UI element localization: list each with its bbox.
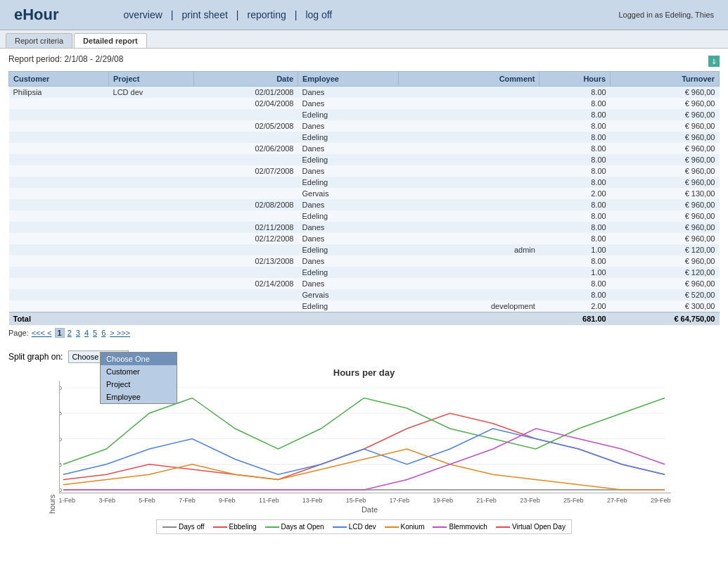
legend-item: Days at Open bbox=[265, 523, 324, 531]
report-table: Customer Project Date Employee Comment H… bbox=[8, 71, 720, 325]
dropdown-item-project[interactable]: Project bbox=[101, 378, 177, 391]
table-row: 02/14/2008 Danes 8.00 € 960,00 bbox=[9, 278, 720, 289]
cell-comment bbox=[399, 109, 539, 120]
page-3[interactable]: 3 bbox=[75, 329, 82, 337]
cell-employee: Danes bbox=[298, 278, 399, 289]
legend-item: Konium bbox=[385, 523, 425, 531]
export-icon[interactable]: ⇓ bbox=[708, 56, 720, 67]
page-4[interactable]: 4 bbox=[83, 329, 90, 337]
dropdown-item-customer[interactable]: Customer bbox=[101, 365, 177, 378]
tab-report-criteria[interactable]: Report criteria bbox=[6, 33, 72, 48]
nav-overview[interactable]: overview bbox=[115, 9, 171, 20]
legend-item: Days off bbox=[162, 523, 205, 531]
cell-project bbox=[109, 255, 194, 267]
page-1[interactable]: 1 bbox=[55, 328, 65, 338]
legend-label: Konium bbox=[401, 523, 425, 531]
cell-employee: Edeling bbox=[298, 210, 399, 222]
cell-turnover: € 960,00 bbox=[611, 154, 720, 165]
cell-turnover: € 960,00 bbox=[611, 278, 720, 289]
page-6[interactable]: 6 bbox=[100, 329, 107, 337]
cell-employee: Danes bbox=[298, 255, 399, 267]
x-tick: 23-Feb bbox=[520, 497, 540, 504]
cell-date bbox=[193, 177, 298, 188]
legend-line bbox=[496, 526, 510, 528]
cell-turnover: € 960,00 bbox=[611, 98, 720, 109]
legend-item: Blemmovich bbox=[433, 523, 487, 531]
cell-turnover: € 960,00 bbox=[611, 120, 720, 132]
cell-date: 02/05/2008 bbox=[193, 120, 298, 132]
cell-hours: 8.00 bbox=[539, 120, 611, 132]
logged-in-status: Logged in as Edeling, Thies bbox=[618, 11, 714, 19]
cell-comment bbox=[399, 120, 539, 132]
nav-reporting[interactable]: reporting bbox=[238, 9, 294, 20]
x-tick: 25-Feb bbox=[563, 497, 584, 504]
cell-turnover: € 960,00 bbox=[611, 109, 720, 120]
cell-customer bbox=[9, 222, 109, 233]
nav-logoff[interactable]: log off bbox=[297, 9, 340, 20]
legend-line bbox=[433, 526, 447, 528]
cell-project bbox=[109, 154, 194, 165]
legend-line bbox=[213, 526, 227, 528]
legend-item: Ebbeling bbox=[213, 523, 257, 531]
page-5[interactable]: 5 bbox=[91, 329, 98, 337]
cell-customer bbox=[9, 177, 109, 188]
cell-turnover: € 960,00 bbox=[611, 87, 720, 99]
dropdown-item-employee[interactable]: Employee bbox=[101, 391, 177, 403]
table-row: Edeling 1.00 € 120,00 bbox=[9, 267, 720, 278]
cell-comment bbox=[399, 154, 539, 165]
col-turnover: Turnover bbox=[611, 72, 720, 87]
dropdown-item-choose-one[interactable]: Choose One bbox=[101, 353, 177, 365]
cell-date: 02/12/2008 bbox=[193, 233, 298, 244]
cell-date: 02/04/2008 bbox=[193, 98, 298, 109]
cell-hours: 8.00 bbox=[539, 165, 611, 177]
cell-date: 02/01/2008 bbox=[193, 87, 298, 99]
cell-customer bbox=[9, 188, 109, 199]
legend-line bbox=[265, 526, 279, 528]
cell-employee: Danes bbox=[298, 233, 399, 244]
tabs-bar: Report criteria Detailed report bbox=[0, 30, 728, 49]
cell-hours: 8.00 bbox=[539, 143, 611, 154]
chart-legend: Days offEbbelingDays at OpenLCD devKoniu… bbox=[156, 519, 572, 534]
cell-hours: 8.00 bbox=[539, 87, 611, 99]
cell-hours: 8.00 bbox=[539, 210, 611, 222]
cell-comment bbox=[399, 188, 539, 199]
cell-employee: Edeling bbox=[298, 301, 399, 312]
cell-comment bbox=[399, 177, 539, 188]
cell-customer bbox=[9, 210, 109, 222]
report-period: Report period: 2/1/08 - 2/29/08 bbox=[8, 54, 123, 64]
nav-print[interactable]: print sheet bbox=[173, 9, 236, 20]
pagination: Page: <<< < 1 2 3 4 5 6 > >>> bbox=[8, 328, 720, 338]
legend-line bbox=[162, 526, 177, 528]
table-row: 02/05/2008 Danes 8.00 € 960,00 bbox=[9, 120, 720, 132]
cell-comment bbox=[399, 132, 539, 143]
cell-project bbox=[109, 222, 194, 233]
table-row: 02/12/2008 Danes 8.00 € 960,00 bbox=[9, 233, 720, 244]
legend-label: Virtual Open Day bbox=[512, 523, 566, 531]
cell-customer bbox=[9, 120, 109, 132]
legend-label: Blemmovich bbox=[449, 523, 487, 531]
tab-detailed-report[interactable]: Detailed report bbox=[74, 33, 147, 48]
cell-date: 02/08/2008 bbox=[193, 199, 298, 210]
main-content: Report period: 2/1/08 - 2/29/08 ⇓ Custom… bbox=[0, 49, 728, 343]
cell-project bbox=[109, 98, 194, 109]
split-area: Split graph on: Choose OneCustomerProjec… bbox=[8, 350, 720, 363]
x-tick: 11-Feb bbox=[259, 497, 279, 504]
table-row: 02/08/2008 Danes 8.00 € 960,00 bbox=[9, 199, 720, 210]
table-body: Philipsia LCD dev 02/01/2008 Danes 8.00 … bbox=[9, 87, 720, 312]
page-first[interactable]: <<< < bbox=[30, 329, 53, 337]
page-2[interactable]: 2 bbox=[66, 329, 73, 337]
x-tick: 7-Feb bbox=[179, 497, 196, 504]
x-tick: 1-Feb bbox=[59, 497, 76, 504]
page-last[interactable]: > >>> bbox=[108, 329, 132, 337]
svg-text:10: 10 bbox=[59, 436, 63, 443]
cell-project bbox=[109, 301, 194, 312]
cell-customer: Philipsia bbox=[9, 87, 109, 99]
cell-comment bbox=[399, 98, 539, 109]
cell-date bbox=[193, 267, 298, 278]
cell-employee: Edeling bbox=[298, 267, 399, 278]
page-label: Page: bbox=[8, 329, 29, 337]
cell-project bbox=[109, 210, 194, 222]
graph-section: Split graph on: Choose OneCustomerProjec… bbox=[0, 343, 728, 541]
table-row: Edeling 8.00 € 960,00 bbox=[9, 132, 720, 143]
cell-project bbox=[109, 267, 194, 278]
